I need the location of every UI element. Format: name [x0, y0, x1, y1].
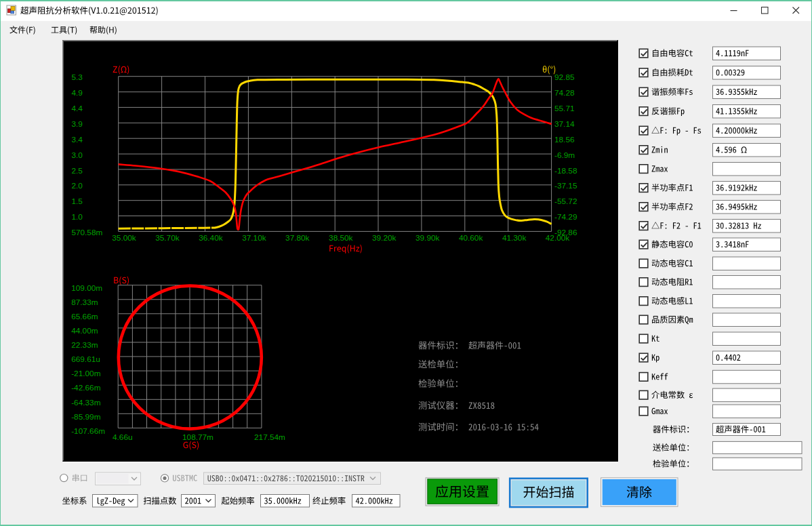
- svg-text:37.14: 37.14: [554, 119, 575, 129]
- svg-text:2.0: 2.0: [71, 181, 83, 190]
- svg-text:35.00k: 35.00k: [112, 233, 136, 243]
- svg-text:1.5: 1.5: [71, 197, 83, 206]
- svg-text:65.66m: 65.66m: [71, 312, 98, 321]
- svg-text:2.5: 2.5: [71, 166, 83, 176]
- svg-text:39.20k: 39.20k: [372, 233, 397, 243]
- svg-text:44.00m: 44.00m: [71, 326, 98, 336]
- svg-text:4.9: 4.9: [71, 88, 82, 98]
- svg-text:87.33m: 87.33m: [71, 298, 98, 307]
- svg-text:109.00m: 109.00m: [71, 283, 102, 293]
- svg-text:5.3: 5.3: [71, 73, 83, 82]
- svg-text:37.10k: 37.10k: [242, 233, 266, 243]
- svg-text:3.0: 3.0: [71, 150, 83, 160]
- svg-text:42.00k: 42.00k: [546, 233, 570, 243]
- svg-text:-107.66m: -107.66m: [71, 426, 105, 436]
- svg-text:-85.99m: -85.99m: [71, 412, 100, 422]
- svg-text:108.77m: 108.77m: [182, 432, 214, 442]
- svg-text:-64.33m: -64.33m: [71, 398, 100, 407]
- svg-text:55.71: 55.71: [554, 104, 575, 113]
- svg-text:1.0: 1.0: [71, 212, 83, 222]
- svg-text:570.58m: 570.58m: [71, 228, 102, 237]
- svg-text:22.33m: 22.33m: [71, 340, 98, 350]
- svg-text:39.90k: 39.90k: [415, 233, 440, 243]
- svg-text:-74.29: -74.29: [554, 212, 577, 222]
- svg-text:37.80k: 37.80k: [285, 233, 310, 243]
- svg-text:4.4: 4.4: [71, 104, 83, 113]
- svg-text:92.85: 92.85: [554, 73, 575, 82]
- svg-text:4.66u: 4.66u: [113, 432, 133, 442]
- svg-text:3.9: 3.9: [71, 119, 82, 129]
- svg-text:74.28: 74.28: [554, 88, 575, 98]
- svg-text:3.4: 3.4: [71, 135, 83, 144]
- svg-text:36.40k: 36.40k: [199, 233, 223, 243]
- svg-text:-18.58: -18.58: [554, 166, 577, 176]
- svg-text:38.50k: 38.50k: [329, 233, 353, 243]
- svg-text:41.30k: 41.30k: [502, 233, 527, 243]
- svg-text:-42.66m: -42.66m: [71, 383, 100, 392]
- svg-text:-6.9m: -6.9m: [554, 150, 575, 160]
- svg-text:40.60k: 40.60k: [459, 233, 483, 243]
- svg-text:669.61u: 669.61u: [71, 355, 100, 364]
- svg-text:-21.00m: -21.00m: [71, 369, 100, 378]
- svg-text:-37.15: -37.15: [554, 181, 577, 190]
- svg-text:18.56: 18.56: [554, 135, 575, 144]
- svg-text:35.70k: 35.70k: [155, 233, 180, 243]
- svg-text:-55.72: -55.72: [554, 197, 577, 206]
- svg-text:217.54m: 217.54m: [254, 432, 285, 442]
